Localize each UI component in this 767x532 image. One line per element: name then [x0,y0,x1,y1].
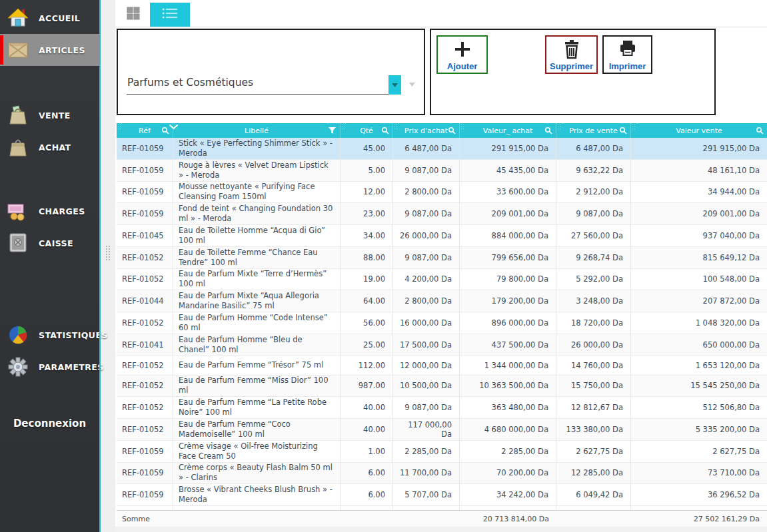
delete-button[interactable]: Supprimer [545,35,598,74]
column-splitter[interactable] [460,124,464,130]
cell-valeur-vente: 48 161,10 Da [631,160,767,181]
cell-qte: 1.00 [341,441,393,462]
cell-ref: REF-01059 [117,484,173,505]
cell-valeur-achat: 45 435,00 Da [460,160,556,181]
cell-prix-achat: 9 087,00 Da [393,203,460,224]
column-header-valeur-vente[interactable]: Valeur vente [631,123,767,138]
list-icon [161,7,179,23]
cell-ref: REF-01059 [117,441,173,462]
table-row[interactable]: REF-01044Eau de Parfum Mixte “Aqua Alleg… [117,290,767,312]
search-icon[interactable] [448,127,456,136]
cell-valeur-vente: 207 872,00 Da [631,290,767,312]
articles-table: Réf Libellé Qté Prix d'achat [117,123,767,527]
table-row[interactable]: REF-01052Eau de Parfum Homme “Code Inten… [117,312,767,334]
actions-panel: Ajouter Supprimer Imprimer [430,29,716,115]
cell-libelle: Crème corps « Beauty Flash Balm 50 ml » … [173,463,341,484]
cell-libelle: Stick « Eye Perfecting Shimmer Stick » -… [173,138,341,159]
table-row[interactable]: REF-01052Eau de Toilette Femme “Chance E… [117,247,767,269]
sidebar-item-label: ACCUEIL [39,13,80,23]
cell-qte: 19.00 [341,269,393,290]
cell-prix-achat: 16 000,00 Da [393,312,460,334]
column-header-libelle[interactable]: Libellé [173,123,341,138]
column-header-valeur-achat[interactable]: Valeur_ achat [460,123,556,138]
column-splitter[interactable] [394,124,397,130]
cell-qte: 88.00 [341,247,393,268]
search-icon[interactable] [544,127,552,136]
sidebar-item-parametres[interactable]: PARAMETRES [0,351,99,383]
column-header-prix-achat[interactable]: Prix d'achat [393,123,460,138]
sidebar-splitter[interactable] [101,0,115,532]
column-splitter[interactable] [557,124,560,130]
column-label: Prix d'achat [404,127,448,135]
table-row[interactable]: REF-01059Crème corps « Beauty Flash Balm… [117,463,767,485]
table-row[interactable]: REF-01059Mousse nettoyante « Purifying F… [117,182,767,204]
chevron-down-icon[interactable] [388,75,401,95]
sidebar-item-caisse[interactable]: CAISSE [0,227,99,259]
table-row[interactable]: REF-01045Eau de Toilette Homme “Acqua di… [117,225,767,247]
cell-valeur-vente: 34 944,00 Da [631,182,767,203]
cell-ref: REF-01052 [117,376,173,397]
sidebar-item-label: ARTICLES [39,45,85,55]
column-label: Valeur vente [676,127,722,135]
search-icon[interactable] [756,127,764,136]
cell-prix-vente: 9 632,22 Da [556,160,631,181]
table-row[interactable]: REF-01052Eau de Parfum Femme “Miss Dior”… [117,376,767,398]
table-row[interactable]: REF-01052Eau de Parfum Mixte “Terre d’He… [117,269,767,291]
cell-libelle: Eau de Parfum Mixte “Terre d’Hermès” 100… [173,269,341,290]
search-icon[interactable] [619,127,627,136]
table-row[interactable]: REF-01059Brosse « Vibrant Cheeks Blush B… [117,484,767,506]
cell-valeur-achat: 363 480,00 Da [460,397,556,418]
cell-qte: 5.00 [341,160,393,181]
table-row[interactable]: REF-01059Crème visage « Oil-free Moistur… [117,441,767,463]
table-row[interactable]: REF-01052Eau de Parfum Femme “La Petite … [117,397,767,419]
cell-valeur-vente: 5 335 200,00 Da [631,419,767,440]
column-header-prix-vente[interactable]: Prix de vente [556,123,631,138]
category-dropdown-value: Parfums et Cosmétiques [127,77,253,89]
table-row[interactable]: REF-01059Stick « Eye Perfecting Shimmer … [117,138,767,160]
column-splitter[interactable] [117,124,121,130]
dropdown-arrow-icon [409,77,415,89]
crate-icon [6,38,30,62]
filter-funnel-icon[interactable] [328,127,337,136]
cell-prix-achat: 4 200,00 Da [393,269,460,290]
table-row[interactable]: REF-01041Eau de Parfum Homme “Bleu de Ch… [117,334,767,356]
sidebar-item-statistiques[interactable]: STATISTIQUES [0,319,99,351]
tab-list-view[interactable] [150,3,190,27]
column-splitter[interactable] [341,124,345,130]
table-row[interactable]: REF-01052Eau de Parfum Femme “Trésor” 75… [117,356,767,376]
cell-libelle: Rouge à lèvres « Velvet Dream Lipstick »… [173,160,341,181]
money-icon [6,199,30,223]
sidebar-item-achat[interactable]: ACHAT [0,131,99,163]
cell-libelle: Eau de Parfum Femme “Coco Mademoiselle” … [173,419,341,440]
column-label: Réf [139,127,151,135]
cell-qte: 25.00 [341,334,393,356]
cell-valeur-vente: 1 653 120,00 Da [631,356,767,375]
cell-prix-achat: 2 285,00 Da [393,441,460,462]
column-header-qte[interactable]: Qté [341,123,393,138]
cell-prix-vente: 12 285,00 Da [556,463,631,484]
print-button-label: Imprimer [609,61,646,71]
cell-prix-vente: 15 750,00 Da [556,376,631,397]
cell-ref: REF-01052 [117,419,173,440]
category-dropdown[interactable]: Parfums et Cosmétiques [127,67,401,95]
cell-ref: REF-01041 [117,334,173,356]
logout-button[interactable]: Deconnexion [0,417,99,429]
print-button[interactable]: Imprimer [602,35,652,74]
column-splitter[interactable] [632,124,635,130]
table-body: REF-01059Stick « Eye Perfecting Shimmer … [117,138,767,510]
cell-valeur-achat: 2 285,00 Da [460,441,556,462]
cell-valeur-vente: 291 915,00 Da [631,138,767,159]
table-row[interactable]: REF-01052Eau de Parfum Femme “Coco Madem… [117,419,767,441]
add-button[interactable]: Ajouter [436,35,488,74]
sale-bag-icon [6,103,30,127]
sidebar-item-articles[interactable]: ARTICLES [0,34,99,66]
sidebar-item-vente[interactable]: VENTE [0,99,99,131]
tab-grid-view[interactable] [117,3,150,27]
sidebar-item-accueil[interactable]: ACCUEIL [0,2,99,34]
column-label: Qté [360,127,373,135]
search-icon[interactable] [381,127,389,136]
sidebar-item-charges[interactable]: CHARGES [0,195,99,227]
column-header-ref[interactable]: Réf [117,123,173,138]
table-row[interactable]: REF-01059Rouge à lèvres « Velvet Dream L… [117,160,767,182]
table-row[interactable]: REF-01059Fond de teint « Changing Founda… [117,203,767,225]
